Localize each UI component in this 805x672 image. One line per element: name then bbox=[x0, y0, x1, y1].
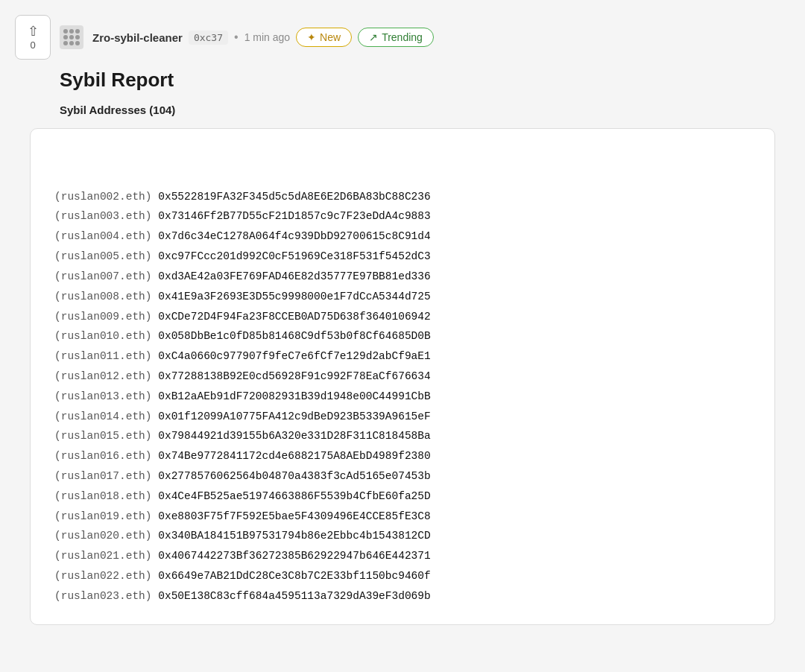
header-row: ⇧ 0 Zro-sybil-cleaner 0xc37 • 1 min ago … bbox=[15, 15, 790, 60]
ens-name: (ruslan023.eth) bbox=[54, 590, 158, 602]
time-ago: 1 min ago bbox=[244, 31, 290, 43]
list-item: (ruslan015.eth) 0x79844921d39155b6A320e3… bbox=[54, 426, 751, 446]
list-item: (ruslan011.eth) 0xC4a0660c977907f9feC7e6… bbox=[54, 346, 751, 367]
new-badge-label: New bbox=[320, 31, 341, 43]
ens-name: (ruslan018.eth) bbox=[54, 490, 158, 502]
sparkle-icon: ✦ bbox=[307, 31, 316, 43]
author-name[interactable]: Zro-sybil-cleaner bbox=[92, 31, 183, 44]
eth-address: 0x79844921d39155b6A320e331D28F311C818458… bbox=[158, 430, 430, 442]
ens-name: (ruslan011.eth) bbox=[54, 350, 158, 362]
ens-name: (ruslan015.eth) bbox=[54, 430, 158, 442]
eth-address: 0xc97FCcc201d992C0cF51969Ce318F531f5452d… bbox=[158, 250, 430, 262]
address-list: (ruslan002.eth) 0x5522819FA32F345d5c5dA8… bbox=[54, 147, 751, 606]
ens-name: (ruslan014.eth) bbox=[54, 411, 158, 422]
ens-name: (ruslan021.eth) bbox=[54, 550, 158, 562]
upvote-arrow-icon: ⇧ bbox=[28, 25, 39, 38]
list-item: (ruslan010.eth) 0x058DbBe1c0fD85b81468C9… bbox=[54, 326, 751, 346]
eth-address: 0x2778576062564b04870a4383f3cAd5165e0745… bbox=[158, 470, 430, 482]
list-item: (ruslan008.eth) 0x41E9a3F2693E3D55c99980… bbox=[54, 287, 751, 307]
new-badge[interactable]: ✦ New bbox=[296, 28, 352, 47]
eth-address: 0xe8803F75f7F592E5bae5F4309496E4CCE85fE3… bbox=[158, 510, 430, 522]
eth-address: 0x73146Ff2B77D55cF21D1857c9c7F23eDdA4c98… bbox=[158, 210, 430, 222]
page-title: Sybil Report bbox=[60, 69, 790, 92]
ens-name: (ruslan005.eth) bbox=[54, 250, 158, 262]
list-item: (ruslan014.eth) 0x01f12099A10775FA412c9d… bbox=[54, 407, 751, 427]
eth-address: 0xB12aAEb91dF720082931B39d1948e00C44991C… bbox=[158, 390, 430, 402]
ens-name: (ruslan022.eth) bbox=[54, 570, 158, 582]
upvote-count: 0 bbox=[30, 39, 35, 51]
eth-address: 0x5522819FA32F345d5c5dA8E6E2D6BA83bC88C2… bbox=[158, 191, 430, 203]
upvote-button[interactable]: ⇧ 0 bbox=[15, 15, 51, 60]
eth-address: 0x50E138C83cff684a4595113a7329dA39eF3d06… bbox=[158, 590, 430, 602]
list-item: (ruslan007.eth) 0xd3AE42a03FE769FAD46E82… bbox=[54, 267, 751, 287]
list-item: (ruslan003.eth) 0x73146Ff2B77D55cF21D185… bbox=[54, 206, 751, 226]
list-item: (ruslan012.eth) 0x77288138B92E0cd56928F9… bbox=[54, 367, 751, 387]
list-item: (ruslan023.eth) 0x50E138C83cff684a459511… bbox=[54, 586, 751, 606]
eth-address: 0xd3AE42a03FE769FAD46E82d35777E97BB81ed3… bbox=[158, 270, 430, 282]
list-item: (ruslan018.eth) 0x4Ce4FB525ae51974663886… bbox=[54, 486, 751, 507]
ens-name: (ruslan009.eth) bbox=[54, 311, 158, 323]
content-box: (ruslan002.eth) 0x5522819FA32F345d5c5dA8… bbox=[30, 128, 775, 625]
trending-icon: ↗ bbox=[369, 31, 378, 43]
ens-name: (ruslan016.eth) bbox=[54, 450, 158, 462]
trending-badge[interactable]: ↗ Trending bbox=[358, 28, 434, 47]
eth-address: 0x74Be9772841172cd4e6882175A8AEbD4989f23… bbox=[158, 450, 430, 462]
ens-name: (ruslan012.eth) bbox=[54, 370, 158, 382]
ens-name: (ruslan013.eth) bbox=[54, 390, 158, 402]
eth-address: 0x340BA184151B97531794b86e2Ebbc4b1543812… bbox=[158, 530, 430, 542]
ens-name: (ruslan004.eth) bbox=[54, 230, 158, 242]
ens-name: (ruslan010.eth) bbox=[54, 330, 158, 342]
ens-name: (ruslan020.eth) bbox=[54, 530, 158, 542]
eth-address: 0x77288138B92E0cd56928F91c992F78EaCf6766… bbox=[158, 370, 430, 382]
eth-address: 0xC4a0660c977907f9feC7e6fCf7e129d2abCf9a… bbox=[158, 350, 430, 362]
list-item: (ruslan020.eth) 0x340BA184151B97531794b8… bbox=[54, 526, 751, 546]
trending-badge-label: Trending bbox=[382, 31, 423, 43]
author-address: 0xc37 bbox=[189, 31, 228, 45]
eth-address: 0xCDe72D4F94Fa23F8CCEB0AD75D638f36401069… bbox=[158, 311, 430, 323]
list-item: (ruslan021.eth) 0x4067442273Bf36272385B6… bbox=[54, 546, 751, 566]
eth-address: 0x4067442273Bf36272385B62922947b646E4423… bbox=[158, 550, 430, 562]
list-item: (ruslan005.eth) 0xc97FCcc201d992C0cF5196… bbox=[54, 247, 751, 267]
ens-name: (ruslan019.eth) bbox=[54, 510, 158, 522]
ens-name: (ruslan002.eth) bbox=[54, 191, 158, 203]
section-subtitle: Sybil Addresses (104) bbox=[60, 104, 790, 116]
list-item: (ruslan016.eth) 0x74Be9772841172cd4e6882… bbox=[54, 446, 751, 466]
eth-address: 0x01f12099A10775FA412c9dBeD923B5339A9615… bbox=[158, 411, 430, 422]
list-item: (ruslan017.eth) 0x2778576062564b04870a43… bbox=[54, 466, 751, 486]
ens-name: (ruslan007.eth) bbox=[54, 270, 158, 282]
eth-address: 0x4Ce4FB525ae51974663886F5539b4CfbE60fa2… bbox=[158, 490, 430, 502]
author-avatar bbox=[60, 25, 83, 49]
list-item: (ruslan004.eth) 0x7d6c34eC1278A064f4c939… bbox=[54, 226, 751, 247]
eth-address: 0x7d6c34eC1278A064f4c939DbD92700615c8C91… bbox=[158, 230, 430, 242]
list-item: (ruslan013.eth) 0xB12aAEb91dF720082931B3… bbox=[54, 387, 751, 407]
list-item: (ruslan022.eth) 0x6649e7AB21DdC28Ce3C8b7… bbox=[54, 566, 751, 586]
ens-name: (ruslan003.eth) bbox=[54, 210, 158, 222]
meta-info: Zro-sybil-cleaner 0xc37 • 1 min ago ✦ Ne… bbox=[92, 28, 790, 47]
list-item: (ruslan002.eth) 0x5522819FA32F345d5c5dA8… bbox=[54, 187, 751, 207]
eth-address: 0x6649e7AB21DdC28Ce3C8b7C2E33bf1150bc946… bbox=[158, 570, 430, 582]
list-item: (ruslan009.eth) 0xCDe72D4F94Fa23F8CCEB0A… bbox=[54, 307, 751, 327]
ens-name: (ruslan008.eth) bbox=[54, 291, 158, 302]
avatar-dots-icon bbox=[63, 29, 80, 45]
eth-address: 0x41E9a3F2693E3D55c9998000e1F7dCcA5344d7… bbox=[158, 291, 430, 302]
dot-separator: • bbox=[234, 31, 239, 44]
list-item: (ruslan019.eth) 0xe8803F75f7F592E5bae5F4… bbox=[54, 507, 751, 527]
eth-address: 0x058DbBe1c0fD85b81468C9df53b0f8Cf64685D… bbox=[158, 330, 430, 342]
ens-name: (ruslan017.eth) bbox=[54, 470, 158, 482]
